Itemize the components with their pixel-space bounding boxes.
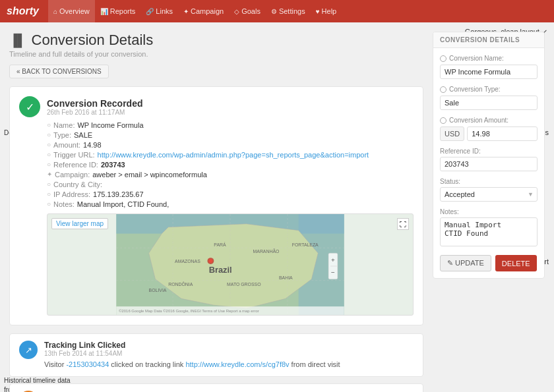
main-content: ▐▌ Conversion Details Timeline and full …	[0, 22, 554, 392]
svg-point-14	[208, 259, 212, 263]
svg-text:©2016 Google  Map Data ©2016 G: ©2016 Google Map Data ©2016 Google, INEG…	[119, 309, 259, 313]
detail-refid-icon: ○	[47, 161, 51, 169]
page-title: Conversion Details	[32, 32, 154, 49]
conversion-date: 26th Feb 2016 at 11:17AM	[47, 109, 142, 116]
svg-text:AMAZONAS: AMAZONAS	[175, 259, 200, 264]
reference-id-input[interactable]	[440, 157, 538, 171]
conversion-type-input[interactable]	[440, 96, 538, 110]
svg-text:−: −	[331, 269, 335, 276]
nav-icon-links: 🔗	[146, 8, 154, 15]
detail-ip-icon: ○	[47, 190, 51, 198]
page-header: ▐▌ Conversion Details Timeline and full …	[9, 32, 423, 58]
svg-text:BAHIA: BAHIA	[279, 275, 293, 280]
detail-trigger-icon: ○	[47, 151, 51, 159]
form-group-amount: Conversion Amount: USD	[440, 117, 538, 141]
update-button[interactable]: ✎ UPDATE	[440, 255, 491, 271]
conversion-amount-radio: Conversion Amount:	[440, 117, 538, 124]
tracking-title: Tracking Link Clicked	[44, 341, 414, 350]
view-larger-map-button[interactable]: View larger map	[51, 218, 108, 229]
detail-amount-icon: ○	[47, 141, 51, 149]
tracking-time: 13th Feb 2014 at 11:54AM	[44, 350, 414, 357]
radio-dot-name	[440, 55, 446, 62]
amount-input[interactable]	[467, 126, 538, 141]
page-subtitle: Timeline and full details of your conver…	[9, 50, 423, 58]
svg-text:MARANHÃO: MARANHÃO	[253, 248, 280, 254]
detail-campaign: ✦ Campaign: aweber > email > wpincomefor…	[47, 171, 414, 179]
svg-text:+: +	[331, 256, 335, 264]
tracking-link-icon: ↗	[19, 341, 38, 359]
map-container: View larger map ⛶ Brazil PARÁ AMAZONAS M	[47, 213, 414, 316]
trigger-url-link[interactable]: http://www.kreydle.com/wp-admin/admin.ph…	[98, 151, 369, 159]
status-select[interactable]: Accepted Pending Rejected	[440, 187, 538, 202]
sidebar-conversion-details-card: CONVERSION DETAILS Conversion Name: Conv…	[433, 32, 545, 279]
notes-textarea[interactable]: Manual Import CTID Found	[440, 217, 538, 246]
nav-item-help[interactable]: ♥Help	[311, 0, 342, 22]
left-panel: ▐▌ Conversion Details Timeline and full …	[9, 32, 423, 392]
map-expand-button[interactable]: ⛶	[397, 218, 409, 230]
form-group-type: Conversion Type:	[440, 86, 538, 110]
nav-item-settings[interactable]: ⚙Settings	[266, 0, 311, 22]
form-group-status: Status: Accepted Pending Rejected ▼	[440, 178, 538, 202]
detail-notes-icon: ○	[47, 200, 51, 208]
svg-text:BOLIVIA: BOLIVIA	[149, 288, 167, 293]
conversion-header: ✓ Conversion Recorded 26th Feb 2016 at 1…	[19, 96, 414, 117]
detail-country: ○ Country & City:	[47, 181, 414, 188]
delete-button[interactable]: DELETE	[495, 255, 537, 271]
detail-ip: ○ IP Address: 175.139.235.67	[47, 190, 414, 198]
reference-id-label: Reference ID:	[440, 148, 538, 155]
status-label: Status:	[440, 178, 538, 185]
conversion-type-radio: Conversion Type:	[440, 86, 538, 93]
nav-icon-goals: ◇	[234, 8, 239, 15]
chart-icon: ▐▌	[9, 34, 26, 47]
nav-items: ⌂Overview📊Reports🔗Links✦Campaign◇Goals⚙S…	[48, 0, 342, 22]
form-group-notes: Notes: Manual Import CTID Found	[440, 208, 538, 248]
conversion-card: ✓ Conversion Recorded 26th Feb 2016 at 1…	[9, 86, 423, 325]
detail-name-icon: ○	[47, 121, 51, 129]
nav-item-campaign[interactable]: ✦Campaign	[178, 0, 229, 22]
notes-label: Notes:	[440, 208, 538, 215]
nav-icon-help: ♥	[316, 8, 320, 15]
conversion-title: Conversion Recorded	[47, 98, 142, 109]
status-select-wrapper: Accepted Pending Rejected ▼	[440, 187, 538, 202]
sidebar-card-body: Conversion Name: Conversion Type:	[433, 48, 544, 278]
svg-text:MATO GROSSO: MATO GROSSO	[227, 282, 261, 287]
timeline-tracking-link: ↗ Tracking Link Clicked 13th Feb 2014 at…	[9, 333, 423, 377]
detail-amount: ○ Amount: 14.98	[47, 141, 414, 149]
detail-campaign-icon: ✦	[47, 171, 52, 179]
nav-item-reports[interactable]: 📊Reports	[95, 0, 141, 22]
detail-refid: ○ Reference ID: 203743	[47, 161, 414, 169]
nav-icon-overview: ⌂	[53, 8, 57, 15]
detail-name: ○ Name: WP Income Formula	[47, 121, 414, 129]
action-buttons: ✎ UPDATE DELETE	[440, 255, 538, 271]
radio-dot-type	[440, 86, 446, 93]
nav-item-goals[interactable]: ◇Goals	[229, 0, 266, 22]
form-group-name: Conversion Name:	[440, 55, 538, 79]
detail-type-icon: ○	[47, 131, 51, 139]
timeline-tracking-content: Tracking Link Clicked 13th Feb 2014 at 1…	[44, 341, 414, 370]
page-wrapper: shorty ⌂Overview📊Reports🔗Links✦Campaign◇…	[0, 0, 554, 392]
timeline-campaign-link: ✦ Campaign Link Clicked 13th Feb 2014 at…	[9, 383, 423, 392]
detail-country-icon: ○	[47, 181, 51, 188]
back-to-conversions-button[interactable]: « BACK TO CONVERSIONS	[9, 65, 109, 78]
detail-notes: ○ Notes: Manual Import, CTID Found,	[47, 200, 414, 208]
nav-icon-reports: 📊	[100, 8, 108, 15]
svg-text:FORTALEZA: FORTALEZA	[292, 242, 319, 247]
nav-item-links[interactable]: 🔗Links	[140, 0, 178, 22]
conversion-name-radio: Conversion Name:	[440, 55, 538, 62]
detail-type: ○ Type: SALE	[47, 131, 414, 139]
form-group-refid: Reference ID:	[440, 148, 538, 171]
tracking-text: Visitor -2153030434 clicked on tracking …	[44, 360, 414, 370]
tracking-url-link[interactable]: http://www.kreydle.com/s/cg7f8v	[185, 360, 289, 368]
nav-icon-campaign: ✦	[183, 8, 189, 15]
nav-icon-settings: ⚙	[271, 8, 277, 15]
nav-item-overview[interactable]: ⌂Overview	[48, 0, 95, 22]
right-sidebar: CONVERSION DETAILS Conversion Name: Conv…	[433, 32, 545, 392]
conversion-details-list: ○ Name: WP Income Formula ○ Type: SALE ○…	[19, 121, 414, 208]
conversion-name-input[interactable]	[440, 65, 538, 79]
svg-text:Brazil: Brazil	[209, 265, 232, 275]
brand-logo: shorty	[7, 5, 39, 17]
svg-text:RONDÔNIA: RONDÔNIA	[168, 281, 193, 287]
status-icon: ✓	[19, 96, 40, 117]
detail-trigger: ○ Trigger URL: http://www.kreydle.com/wp…	[47, 151, 414, 159]
tracking-visitor-link[interactable]: -2153030434	[66, 360, 109, 368]
